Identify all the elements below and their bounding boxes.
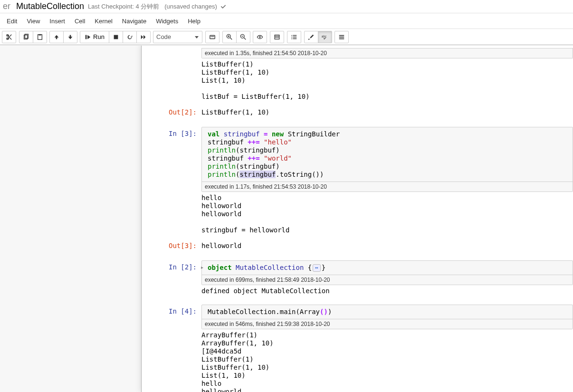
out-value: ListBuffer(1, 10) — [201, 105, 573, 118]
svg-point-23 — [291, 38, 292, 39]
jupyter-logo-fragment: er — [3, 1, 10, 11]
brush-button[interactable] — [304, 31, 318, 43]
run-button[interactable]: Run — [80, 31, 109, 43]
cut-button[interactable] — [2, 31, 16, 43]
zoom-in-button[interactable] — [222, 31, 237, 43]
list-button[interactable] — [287, 31, 301, 43]
preview-button[interactable] — [253, 31, 267, 43]
execution-timing: executed in 546ms, finished 21:59:38 201… — [202, 319, 573, 329]
output-row: Out[2]: ListBuffer(1, 10) — [142, 104, 573, 121]
checkpoint-status: Last Checkpoint: 4 分钟前 (unsaved changes) — [88, 2, 217, 11]
spellcheck-button[interactable]: abc — [318, 31, 332, 43]
stop-button[interactable] — [109, 31, 123, 43]
stdout: defined object MutableCollection — [201, 285, 573, 297]
notebook-header: er MutableCollection Last Checkpoint: 4 … — [0, 0, 573, 13]
notebook-scroll-area[interactable]: executed in 1.35s, finished 21:54:50 201… — [0, 46, 573, 392]
in-prompt — [144, 48, 201, 103]
execution-timing: executed in 1.35s, finished 21:54:50 201… — [202, 48, 573, 58]
svg-rect-7 — [70, 35, 71, 37]
code-cell[interactable]: In [3]: val stringbuf = new StringBuilde… — [142, 125, 573, 238]
stdout: ListBuffer(1) ListBuffer(1, 10) List(1, … — [201, 58, 573, 103]
run-all-button[interactable] — [136, 31, 151, 43]
menu-kernel[interactable]: Kernel — [90, 15, 117, 28]
svg-rect-18 — [276, 37, 277, 38]
svg-rect-11 — [211, 36, 212, 37]
svg-rect-12 — [212, 36, 213, 37]
svg-text:abc: abc — [322, 34, 326, 38]
command-palette-button[interactable] — [205, 31, 220, 43]
restart-button[interactable] — [123, 31, 137, 43]
zoom-out-button[interactable] — [236, 31, 250, 43]
code-cell[interactable]: In [4]: MutableCollection.main(Array()) … — [142, 303, 573, 392]
in-prompt: In [4]: — [144, 305, 201, 392]
menu-widgets[interactable]: Widgets — [151, 15, 183, 28]
fold-marker[interactable]: ↔ — [313, 264, 321, 272]
code-cell[interactable]: In [2]: ▸ object MutableCollection {↔} e… — [142, 259, 573, 298]
in-prompt: In [3]: — [144, 127, 201, 236]
calendar-button[interactable] — [270, 31, 284, 43]
in-prompt: In [2]: — [144, 260, 201, 297]
menu-view[interactable]: View — [22, 15, 45, 28]
out-value: helloworld — [201, 239, 573, 252]
execution-timing: executed in 1.17s, finished 21:54:53 201… — [202, 182, 573, 191]
svg-point-21 — [291, 35, 292, 36]
stdout: ArrayBuffer(1) ArrayBuffer(1, 10) [I@44d… — [201, 329, 573, 392]
svg-rect-20 — [278, 37, 279, 38]
svg-rect-5 — [38, 34, 41, 35]
paste-button[interactable] — [33, 31, 47, 43]
check-icon — [220, 3, 227, 10]
stdout: hello helloworld helloworld stringbuf = … — [201, 192, 573, 236]
cell-type-select[interactable]: Code — [153, 31, 202, 43]
out-prompt: Out[2]: — [144, 105, 201, 119]
notebook: executed in 1.35s, finished 21:54:50 201… — [141, 46, 573, 392]
menubar: Edit View Insert Cell Kernel Navigate Wi… — [0, 13, 573, 29]
svg-point-16 — [259, 36, 261, 38]
cell-type-select-wrap[interactable]: Code — [153, 31, 202, 43]
run-label: Run — [93, 33, 105, 40]
svg-rect-19 — [277, 37, 277, 38]
svg-rect-8 — [86, 35, 87, 39]
code-editor[interactable]: object MutableCollection {↔} — [202, 261, 573, 275]
svg-point-22 — [291, 37, 292, 38]
move-up-button[interactable] — [49, 31, 64, 43]
svg-rect-6 — [56, 37, 57, 39]
code-editor[interactable]: val stringbuf = new StringBuilder string… — [202, 127, 573, 182]
notebook-title[interactable]: MutableCollection — [16, 1, 84, 11]
menu-navigate[interactable]: Navigate — [117, 15, 151, 28]
menu-help[interactable]: Help — [183, 15, 205, 28]
menu-insert[interactable]: Insert — [45, 15, 70, 28]
move-down-button[interactable] — [63, 31, 77, 43]
out-prompt: Out[3]: — [144, 239, 201, 253]
fold-gutter-icon[interactable]: ▸ — [201, 265, 203, 270]
code-editor[interactable]: MutableCollection.main(Array()) — [202, 305, 573, 319]
output-row: Out[3]: helloworld — [142, 238, 573, 254]
svg-rect-13 — [213, 36, 214, 37]
toolbar: Run Code abc — [0, 29, 573, 45]
menu-cell[interactable]: Cell — [70, 15, 90, 28]
svg-rect-9 — [114, 35, 118, 39]
code-cell[interactable]: executed in 1.35s, finished 21:54:50 201… — [142, 47, 573, 104]
list2-button[interactable] — [334, 31, 349, 43]
menu-edit[interactable]: Edit — [2, 15, 22, 28]
execution-timing: executed in 699ms, finished 21:58:49 201… — [202, 275, 573, 285]
copy-button[interactable] — [19, 31, 33, 43]
